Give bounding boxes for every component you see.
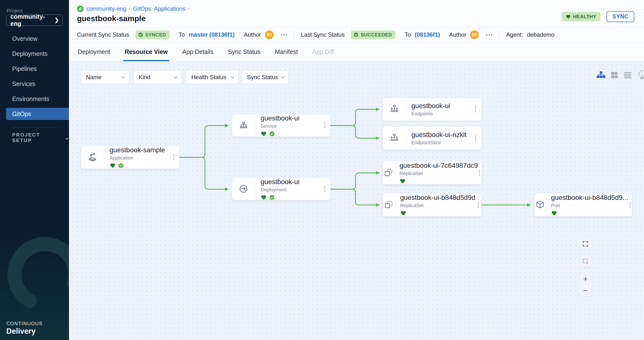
node-kind: Pod [551,203,628,208]
to-label: To [404,31,411,38]
replicaset-icon [383,200,394,210]
node-kind: EndpointSlice [411,140,470,146]
sidebar-nav: Overview Deployments Pipelines Services … [0,31,69,122]
project-setup-toggle[interactable]: PROJECT SETUP ⌄ [12,132,69,143]
sync-status-bar: Current Sync Status SYNCED To master (08… [69,27,644,42]
last-commit-more-button[interactable] [486,34,492,36]
breadcrumb-section-link[interactable]: GitOps: Applications [133,5,185,12]
link-icon [77,6,84,12]
node-application[interactable]: guestbook-sample Application [81,146,180,169]
node-endpointslice[interactable]: guestbook-ui-nzklt EndpointSlice [383,126,481,150]
node-menu-button[interactable] [478,170,481,176]
application-icon [81,152,104,163]
list-view-icon[interactable] [624,72,631,79]
zoom-in-button[interactable]: + [583,275,588,283]
deployment-icon [232,184,255,195]
fullscreen-button[interactable] [580,238,592,250]
project-selector[interactable]: community-eng ❯ [6,14,63,26]
node-menu-button[interactable] [475,202,481,208]
agent-label: Agent: [506,31,523,38]
filter-name-dropdown[interactable]: Name [81,70,130,84]
endpointslice-icon [383,132,406,144]
chevron-down-icon: ⌄ [64,134,69,141]
filter-health-status-dropdown[interactable]: Health Status [186,70,238,84]
node-replicaset-b848d5d9d[interactable]: guestbook-ui-b848d5d9d ReplicaSet [383,193,481,217]
node-menu-button[interactable] [319,123,330,128]
healthy-heart-icon [400,178,406,184]
sidebar-item-gitops[interactable]: GitOps [6,108,69,120]
node-title: guestbook-ui-b848d5d9d [400,194,476,202]
filter-kind-dropdown[interactable]: Kind [134,70,182,84]
node-kind: ReplicaSet [400,171,478,176]
current-target-revision-link[interactable]: master (08136f1) [189,31,234,38]
resource-tree-canvas[interactable]: Name Kind Health Status Sync Status [69,61,644,340]
healthy-heart-icon [110,163,116,168]
zoom-control: + − [579,273,592,296]
heart-icon [566,14,571,19]
chevron-down-icon [122,74,126,78]
author-avatar: SC [265,30,274,39]
current-commit-more-button[interactable] [281,34,287,36]
healthy-heart-icon [551,210,557,216]
tab-app-diff[interactable]: App Diff [312,42,334,61]
breadcrumb-separator: › [129,6,130,12]
tree-view-icon[interactable] [596,71,606,80]
node-kind: Deployment [260,187,319,192]
sidebar-item-environments[interactable]: Environments [0,91,69,106]
breadcrumb-project-link[interactable]: community-eng [86,5,126,12]
node-pod[interactable]: guestbook-ui-b848d5d9... Pod [534,193,632,217]
grid-view-icon[interactable] [610,72,618,80]
synced-badge: SYNCED [136,30,170,39]
marquee-select-icon [582,258,589,264]
sidebar-item-services[interactable]: Services [0,76,69,91]
cloud-view-icon[interactable] [637,70,644,81]
status-divider [499,31,499,38]
node-deployment[interactable]: guestbook-ui Deployment [232,178,330,200]
node-menu-button[interactable] [628,202,632,208]
chevron-down-icon [281,74,284,78]
tab-deployment[interactable]: Deployment [78,42,110,61]
succeeded-badge: SUCCEEDED [351,30,395,39]
node-title: guestbook-ui-nzklt [411,131,470,139]
last-target-revision-link[interactable]: (08136f1) [415,31,440,38]
node-title: guestbook-ui [260,178,319,186]
sidebar-item-deployments[interactable]: Deployments [0,46,69,61]
header-actions: HEALTHY SYNC [562,11,634,22]
node-replicaset-7c64987dc9[interactable]: guestbook-ui-7c64987dc9 ReplicaSet [383,161,481,184]
fullscreen-icon [582,241,589,247]
node-kind: Endpoints [411,111,470,116]
zoom-out-button[interactable]: − [583,286,588,294]
node-menu-button[interactable] [168,154,179,160]
sync-button[interactable]: SYNC [606,11,634,22]
current-sync-status-label: Current Sync Status [77,31,129,38]
node-menu-button[interactable] [470,106,481,112]
node-kind: Service [260,123,319,129]
node-title: guestbook-sample [110,146,168,154]
node-menu-button[interactable] [470,136,481,141]
healthy-heart-icon [260,131,267,137]
node-menu-button[interactable] [319,186,330,192]
sidebar-item-overview[interactable]: Overview [0,31,69,46]
synced-check-icon [269,194,275,200]
tab-manifest[interactable]: Manifest [275,42,298,61]
node-service[interactable]: guestbook-ui Service [232,114,330,137]
healthy-heart-icon [260,194,267,200]
chevron-down-icon [231,74,234,78]
health-status-badge: HEALTHY [562,12,600,21]
node-endpoints[interactable]: guestbook-ui Endpoints [383,98,481,121]
node-title: guestbook-ui [411,102,470,110]
page-title: guestbook-sample [77,14,146,23]
sidebar-item-pipelines[interactable]: Pipelines [0,61,69,76]
replicaset-icon [383,167,394,178]
tab-sync-status[interactable]: Sync Status [228,42,260,61]
service-icon [232,120,255,131]
marquee-select-button[interactable] [580,256,592,267]
tab-resource-view[interactable]: Resource View [124,42,168,61]
tab-app-details[interactable]: App Details [182,42,214,61]
check-circle-icon [138,32,143,38]
main-area: community-eng › GitOps: Applications › g… [69,0,644,340]
chevron-down-icon [174,74,178,78]
check-circle-icon [353,32,359,38]
filter-sync-status-dropdown[interactable]: Sync Status [242,70,288,84]
breadcrumb-separator: › [188,6,190,12]
